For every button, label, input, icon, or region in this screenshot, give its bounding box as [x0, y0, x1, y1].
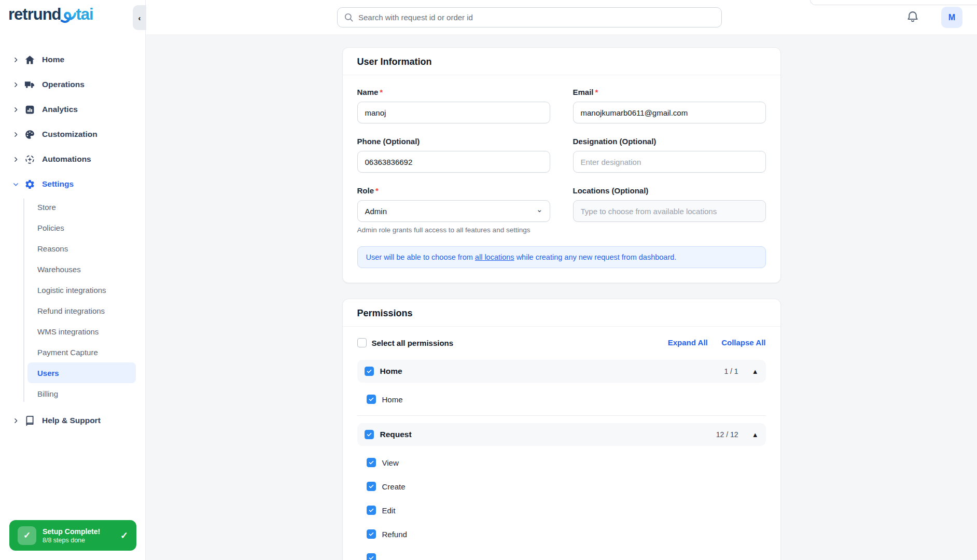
chevron-right-icon: [12, 57, 19, 63]
sidebar-item-policies[interactable]: Policies: [27, 217, 136, 238]
field-phone: Phone (Optional): [357, 137, 550, 173]
brand-word-light: tai: [76, 5, 93, 24]
sidebar-collapse-button[interactable]: ‹: [133, 5, 146, 30]
sidebar-item-users[interactable]: Users: [27, 362, 136, 383]
sidebar-item-label: Home: [42, 55, 64, 64]
chevron-right-icon: [12, 131, 19, 138]
locations-label: Locations (Optional): [573, 186, 766, 195]
name-input[interactable]: [357, 102, 550, 123]
sub-item-label: Warehouses: [37, 265, 81, 274]
sidebar-item-customization[interactable]: Customization: [0, 122, 145, 147]
group-request-checkbox[interactable]: [365, 430, 374, 439]
select-all-checkbox[interactable]: [357, 338, 367, 347]
permission-item-partial: [367, 551, 766, 560]
info-text: User will be able to choose from all loc…: [366, 253, 677, 261]
expand-all-link[interactable]: Expand All: [668, 338, 708, 347]
view-checkbox[interactable]: [367, 458, 376, 467]
all-locations-link[interactable]: all locations: [475, 253, 514, 261]
sidebar-item-store[interactable]: Store: [27, 197, 136, 217]
role-select[interactable]: Admin ⌄: [357, 200, 550, 222]
permission-label: Home: [382, 395, 403, 404]
email-input[interactable]: [573, 102, 766, 123]
sidebar-item-warehouses[interactable]: Warehouses: [27, 259, 136, 279]
setup-text: Setup Complete! 8/8 steps done: [43, 527, 120, 544]
sub-item-label: Payment Capture: [37, 348, 98, 357]
permission-item-view: View: [367, 455, 766, 470]
settings-subnav: Store Policies Reasons Warehouses Logist…: [0, 197, 145, 404]
sub-item-label: Refund integrations: [37, 306, 105, 315]
sidebar-item-operations[interactable]: Operations: [0, 72, 145, 97]
setup-complete-banner[interactable]: ✓ Setup Complete! 8/8 steps done ✓: [9, 520, 136, 551]
permission-label: Refund: [382, 530, 407, 539]
sub-item-label: Logistic integrations: [37, 286, 106, 295]
select-all-label: Select all permissions: [372, 339, 454, 347]
group-count: 12 / 12: [716, 430, 738, 439]
field-locations: Locations (Optional): [573, 186, 766, 234]
collapse-all-link[interactable]: Collapse All: [721, 338, 765, 347]
permission-label: Create: [382, 482, 406, 491]
required-mark: *: [595, 88, 598, 96]
sidebar-item-label: Analytics: [42, 105, 78, 114]
brand-logo: retrund tai: [0, 0, 145, 29]
partial-checkbox[interactable]: [367, 553, 376, 560]
sidebar-item-label: Customization: [42, 130, 97, 139]
book-icon: [24, 415, 35, 426]
search-input[interactable]: [337, 7, 722, 27]
search-icon: [344, 12, 354, 22]
collapse-chevron-icon: ‹: [138, 13, 141, 22]
group-label: Home: [380, 367, 724, 376]
sidebar: retrund tai ‹ Home Operations: [0, 0, 146, 560]
sidebar-item-home[interactable]: Home: [0, 47, 145, 72]
sidebar-item-label: Automations: [42, 155, 91, 164]
chevron-right-icon: [12, 417, 19, 424]
truck-icon: [24, 79, 35, 90]
global-search: [337, 7, 722, 27]
chevron-right-icon: [12, 81, 19, 88]
caret-up-icon[interactable]: ▲: [752, 368, 759, 375]
phone-input[interactable]: [357, 151, 550, 173]
group-home-checkbox[interactable]: [365, 367, 374, 376]
refund-checkbox[interactable]: [367, 529, 376, 539]
sidebar-item-payment-capture[interactable]: Payment Capture: [27, 342, 136, 362]
avatar-initial: M: [948, 13, 955, 22]
sidebar-item-label: Settings: [42, 179, 74, 189]
card-header: Permissions: [343, 299, 780, 327]
sidebar-item-help-support[interactable]: Help & Support: [0, 408, 145, 433]
permission-group-home[interactable]: Home 1 / 1 ▲: [357, 360, 766, 383]
sidebar-item-reasons[interactable]: Reasons: [27, 238, 136, 259]
name-label: Name*: [357, 88, 550, 96]
divider: [357, 415, 766, 416]
sidebar-item-refund-integrations[interactable]: Refund integrations: [27, 300, 136, 321]
permission-label: Edit: [382, 506, 396, 515]
sidebar-item-settings[interactable]: Settings: [0, 172, 145, 197]
sub-item-label: Billing: [37, 389, 58, 398]
sidebar-item-analytics[interactable]: Analytics: [0, 97, 145, 122]
caret-up-icon[interactable]: ▲: [752, 431, 759, 439]
bell-icon[interactable]: [905, 10, 920, 24]
locations-info-banner: User will be able to choose from all loc…: [357, 246, 766, 268]
sidebar-item-wms-integrations[interactable]: WMS integrations: [27, 321, 136, 342]
setup-check-badge-icon: ✓: [18, 526, 36, 545]
user-avatar[interactable]: M: [941, 7, 962, 28]
subnav-guide-line: [23, 199, 24, 402]
designation-input[interactable]: [573, 151, 766, 173]
user-information-card: User Information Name* Email* Phone (Opt…: [342, 47, 781, 283]
home-checkbox[interactable]: [367, 395, 376, 404]
gear-icon: [24, 179, 35, 190]
permission-item-home: Home: [367, 392, 766, 407]
palette-icon: [24, 129, 35, 140]
sidebar-item-billing[interactable]: Billing: [27, 383, 136, 404]
create-checkbox[interactable]: [367, 482, 376, 491]
edit-checkbox[interactable]: [367, 506, 376, 515]
sidebar-item-logistic-integrations[interactable]: Logistic integrations: [27, 279, 136, 300]
brand-word-dark: retrund: [8, 5, 61, 24]
setup-progress: 8/8 steps done: [43, 537, 120, 544]
email-label: Email*: [573, 88, 766, 96]
card-title: User Information: [357, 57, 766, 67]
required-mark: *: [375, 186, 379, 195]
sidebar-item-automations[interactable]: Automations: [0, 147, 145, 172]
card-header: User Information: [343, 48, 780, 75]
locations-input[interactable]: [573, 200, 766, 222]
permission-item-create: Create: [367, 479, 766, 494]
permission-group-request[interactable]: Request 12 / 12 ▲: [357, 423, 766, 446]
